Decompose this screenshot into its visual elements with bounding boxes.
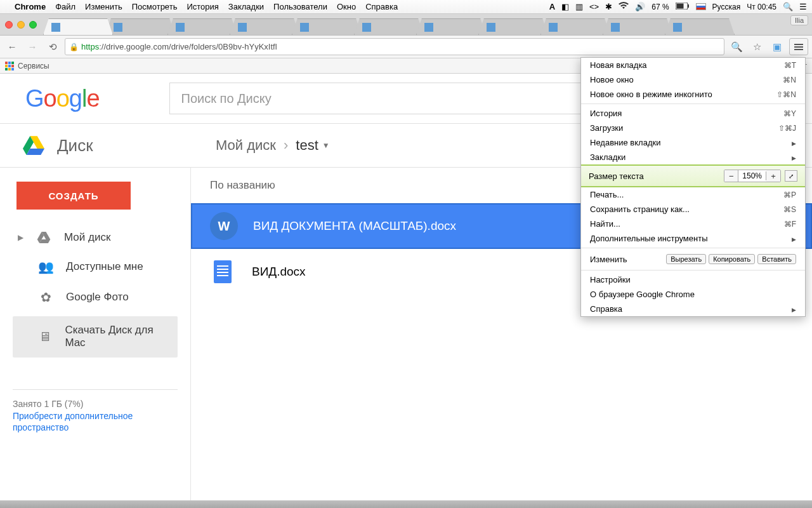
tab-favicon — [424, 23, 433, 32]
menu-item-history[interactable]: История⌘Y — [581, 106, 805, 121]
menu-file[interactable]: Файл — [55, 2, 75, 11]
forward-button[interactable]: → — [24, 39, 41, 55]
submenu-arrow-icon — [792, 138, 796, 147]
extension-icon[interactable]: ▣ — [769, 39, 785, 55]
browser-tab[interactable] — [167, 18, 237, 35]
fullscreen-button[interactable]: ⤢ — [785, 170, 797, 182]
submenu-arrow-icon — [792, 152, 796, 162]
volume-icon[interactable]: 🔊 — [635, 2, 645, 11]
submenu-arrow-icon — [792, 304, 796, 314]
paste-button[interactable]: Вставить — [757, 254, 796, 264]
menu-item-find[interactable]: Найти...⌘F — [581, 217, 805, 231]
chevron-down-icon[interactable]: ▼ — [322, 141, 330, 150]
tray-icon-1[interactable]: ◧ — [561, 2, 569, 11]
input-lang-flag[interactable] — [696, 3, 706, 10]
star-icon[interactable]: ☆ — [749, 39, 765, 55]
tray-icon-2[interactable]: ▥ — [575, 2, 583, 11]
tab-favicon — [673, 23, 682, 32]
sidebar-item-shared[interactable]: 👥 Доступные мне — [13, 251, 178, 282]
reload-button[interactable]: ⟲ — [44, 39, 61, 55]
zoom-out-button[interactable]: − — [724, 170, 738, 182]
chrome-menu: Новая вкладка⌘T Новое окно⌘N Новое окно … — [580, 57, 806, 317]
menu-item-new-window[interactable]: Новое окно⌘N — [581, 72, 805, 87]
menu-separator — [581, 248, 805, 248]
expand-icon[interactable]: ▶ — [18, 233, 23, 242]
menu-item-help[interactable]: Справка — [581, 302, 805, 316]
tray-icon-code[interactable]: <> — [589, 2, 599, 11]
menu-item-more-tools[interactable]: Дополнительные инструменты — [581, 231, 805, 246]
menu-history[interactable]: История — [187, 2, 218, 11]
cut-button[interactable]: Вырезать — [666, 254, 706, 264]
menu-item-about[interactable]: О браузере Google Chrome — [581, 287, 805, 302]
drive-title[interactable]: Диск — [57, 136, 93, 156]
create-button[interactable]: СОЗДАТЬ — [16, 182, 131, 210]
chrome-menu-button[interactable] — [789, 38, 808, 55]
battery-icon[interactable] — [676, 3, 690, 11]
browser-tab[interactable] — [354, 18, 424, 35]
browser-tab[interactable] — [230, 18, 299, 35]
tab-favicon — [300, 23, 309, 32]
zoom-in-button[interactable]: + — [766, 170, 780, 182]
browser-tab[interactable] — [43, 18, 113, 35]
menu-window[interactable]: Окно — [337, 2, 356, 11]
minimize-window[interactable] — [17, 21, 25, 29]
breadcrumb-root[interactable]: Мой диск — [216, 137, 276, 154]
zoom-icon[interactable]: 🔍 — [728, 39, 745, 55]
drive-search-input[interactable]: Поиск по Диску — [169, 83, 601, 114]
adobe-icon[interactable]: A — [549, 2, 555, 11]
sidebar-item-download[interactable]: 🖥 Скачать Диск для Mac — [13, 316, 178, 358]
back-button[interactable]: ← — [4, 39, 20, 55]
menu-edit[interactable]: Изменить — [85, 2, 122, 11]
app-menu[interactable]: Chrome — [15, 2, 46, 11]
browser-tab[interactable] — [105, 18, 175, 35]
lock-icon: 🔒 — [69, 43, 79, 51]
browser-tab[interactable] — [478, 18, 548, 35]
browser-tab[interactable] — [603, 18, 672, 35]
browser-tab[interactable] — [665, 18, 735, 35]
menu-item-print[interactable]: Печать...⌘P — [581, 187, 805, 202]
shortcut: ⇧⌘N — [776, 90, 796, 99]
profile-badge[interactable]: Ilia — [790, 15, 808, 25]
wifi-icon[interactable] — [619, 2, 629, 11]
window-controls — [5, 21, 37, 29]
menu-bookmarks[interactable]: Закладки — [228, 2, 264, 11]
sidebar-item-mydrive[interactable]: ▶ Мой диск — [13, 224, 178, 251]
copy-button[interactable]: Копировать — [709, 254, 755, 264]
browser-tab[interactable] — [416, 18, 486, 35]
tab-favicon — [176, 23, 185, 32]
photos-icon: ✿ — [37, 290, 55, 305]
menu-people[interactable]: Пользователи — [273, 2, 327, 11]
shortcut: ⌘S — [783, 205, 796, 214]
menu-item-save-as[interactable]: Сохранить страницу как...⌘S — [581, 202, 805, 217]
breadcrumb-current[interactable]: test ▼ — [296, 137, 329, 154]
menu-label: Загрузки — [590, 123, 623, 133]
browser-tab[interactable] — [540, 18, 610, 35]
bluetooth-icon[interactable]: ✱ — [605, 2, 612, 11]
apps-icon[interactable] — [5, 62, 14, 70]
storage-upgrade-link[interactable]: Приобрести дополнительное пространство — [13, 410, 178, 433]
bookmarks-apps-label[interactable]: Сервисы — [18, 62, 49, 70]
sidebar-item-photos[interactable]: ✿ Google Фото — [13, 282, 178, 312]
address-bar[interactable]: 🔒 https://drive.google.com/drive/folders… — [65, 38, 724, 55]
close-window[interactable] — [5, 21, 13, 29]
menu-label: Найти... — [590, 219, 620, 229]
menu-item-bookmarks[interactable]: Закладки — [581, 150, 805, 164]
browser-tab[interactable] — [292, 18, 362, 35]
menu-view[interactable]: Посмотреть — [132, 2, 178, 11]
menu-item-recent-tabs[interactable]: Недавние вкладки — [581, 135, 805, 150]
submenu-arrow-icon — [792, 234, 796, 243]
notification-center-icon[interactable]: ☰ — [799, 2, 807, 11]
monitor-icon: 🖥 — [37, 330, 54, 344]
clock[interactable]: Чт 00:45 — [747, 3, 776, 11]
menu-item-new-tab[interactable]: Новая вкладка⌘T — [581, 58, 805, 72]
input-lang[interactable]: Русская — [712, 3, 741, 11]
menu-help[interactable]: Справка — [365, 2, 398, 11]
menu-item-downloads[interactable]: Загрузки⇧⌘J — [581, 121, 805, 135]
menu-item-incognito[interactable]: Новое окно в режиме инкогнито⇧⌘N — [581, 87, 805, 102]
spotlight-icon[interactable]: 🔍 — [783, 2, 793, 11]
menu-item-settings[interactable]: Настройки — [581, 272, 805, 287]
maximize-window[interactable] — [29, 21, 37, 29]
url-scheme: https — [81, 42, 99, 51]
people-icon: 👥 — [37, 259, 55, 274]
google-logo[interactable]: Google — [25, 84, 100, 112]
